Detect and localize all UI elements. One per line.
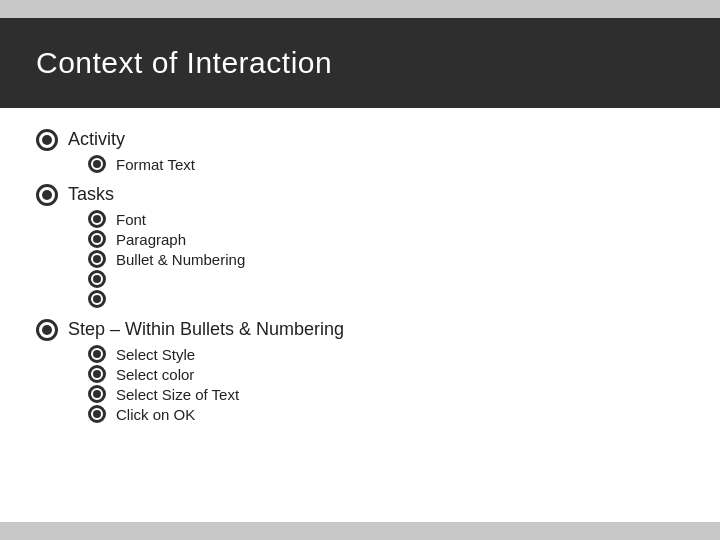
bullet-numbering-label: Bullet & Numbering <box>116 251 245 268</box>
top-bar <box>0 0 720 18</box>
tasks-label: Tasks <box>68 183 114 205</box>
sub-row-click-ok: Click on OK <box>88 405 684 423</box>
sub-bullet-font <box>88 210 106 228</box>
bullet-inner-step <box>42 325 52 335</box>
sub-bullet-select-size <box>88 385 106 403</box>
bullet-icon-tasks <box>36 184 58 206</box>
bullet-icon-activity <box>36 129 58 151</box>
sub-bullet-inner-empty1 <box>93 275 101 283</box>
sub-bullet-paragraph <box>88 230 106 248</box>
sub-row-select-color: Select color <box>88 365 684 383</box>
font-label: Font <box>116 211 146 228</box>
sub-row-format-text: Format Text <box>88 155 684 173</box>
sub-bullet-format-text <box>88 155 106 173</box>
section-activity: Activity Format Text <box>36 128 684 173</box>
select-style-label: Select Style <box>116 346 195 363</box>
sub-bullet-inner-click-ok <box>93 410 101 418</box>
sub-row-empty-2 <box>88 290 684 308</box>
section-row-tasks: Tasks <box>36 183 684 206</box>
tasks-subitems: Font Paragraph Bullet & Numbering <box>88 210 684 308</box>
click-ok-label: Click on OK <box>116 406 195 423</box>
sub-bullet-inner-select-size <box>93 390 101 398</box>
sub-row-paragraph: Paragraph <box>88 230 684 248</box>
page-title: Context of Interaction <box>36 46 332 79</box>
bullet-inner-activity <box>42 135 52 145</box>
sub-row-select-size: Select Size of Text <box>88 385 684 403</box>
empty-bullet-2 <box>88 290 106 308</box>
sub-bullet-inner <box>93 160 101 168</box>
sub-bullet-inner-empty2 <box>93 295 101 303</box>
sub-bullet-inner-select-style <box>93 350 101 358</box>
sub-row-bullet-numbering: Bullet & Numbering <box>88 250 684 268</box>
section-row-step: Step – Within Bullets & Numbering <box>36 318 684 341</box>
sub-row-select-style: Select Style <box>88 345 684 363</box>
sub-bullet-inner-paragraph <box>93 235 101 243</box>
select-size-label: Select Size of Text <box>116 386 239 403</box>
sub-bullet-inner-font <box>93 215 101 223</box>
step-label: Step – Within Bullets & Numbering <box>68 318 344 340</box>
section-step: Step – Within Bullets & Numbering Select… <box>36 318 684 423</box>
paragraph-label: Paragraph <box>116 231 186 248</box>
section-row-activity: Activity <box>36 128 684 151</box>
sub-bullet-inner-bullet-numbering <box>93 255 101 263</box>
sub-bullet-select-color <box>88 365 106 383</box>
sub-row-font: Font <box>88 210 684 228</box>
step-subitems: Select Style Select color Select Size of… <box>88 345 684 423</box>
bullet-inner-tasks <box>42 190 52 200</box>
format-text-label: Format Text <box>116 156 195 173</box>
bottom-bar <box>0 522 720 540</box>
content: Activity Format Text Tasks Font <box>0 108 720 453</box>
sub-bullet-select-style <box>88 345 106 363</box>
header: Context of Interaction <box>0 18 720 108</box>
empty-bullet-1 <box>88 270 106 288</box>
sub-row-empty-1 <box>88 270 684 288</box>
sub-bullet-inner-select-color <box>93 370 101 378</box>
bullet-icon-step <box>36 319 58 341</box>
activity-subitems: Format Text <box>88 155 684 173</box>
section-tasks: Tasks Font Paragraph Bullet & Numbering <box>36 183 684 308</box>
sub-bullet-bullet-numbering <box>88 250 106 268</box>
sub-bullet-click-ok <box>88 405 106 423</box>
select-color-label: Select color <box>116 366 194 383</box>
activity-label: Activity <box>68 128 125 150</box>
